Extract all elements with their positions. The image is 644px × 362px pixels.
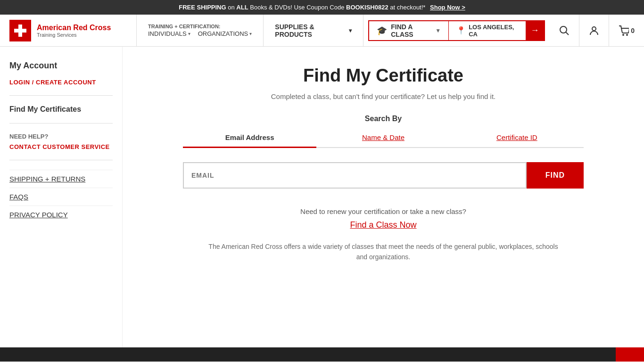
tab-email-address[interactable]: Email Address (183, 128, 316, 147)
main-content: Find My Certificate Completed a class, b… (123, 47, 644, 347)
search-button[interactable] (550, 15, 579, 46)
renew-text: Need to renew your certification or take… (300, 207, 466, 215)
organizations-dropdown-arrow: ▾ (249, 31, 252, 36)
contact-cs-link[interactable]: Contact Customer Service (9, 143, 110, 150)
individuals-nav[interactable]: Individuals ▾ (148, 30, 190, 37)
footer-bar (0, 347, 644, 362)
supplies-dropdown-arrow: ▾ (349, 27, 352, 34)
svg-point-5 (623, 34, 624, 35)
svg-line-3 (566, 32, 569, 35)
search-by-label: Search By (365, 115, 402, 123)
top-banner: FREE SHIPPING on ALL Books & DVDs! Use C… (0, 0, 644, 15)
page-subtitle: Completed a class, but can't find your c… (271, 92, 495, 100)
search-tabs: Email Address Name & Date Certificate ID (183, 128, 584, 148)
svg-rect-1 (14, 29, 26, 33)
location-pin-icon: 📍 (456, 26, 466, 35)
graduation-icon: 🎓 (377, 25, 387, 36)
sidebar-faqs[interactable]: FAQS (9, 188, 113, 206)
cart-count: 0 (631, 27, 635, 34)
sidebar-shipping-returns[interactable]: SHIPPING + RETURNS (9, 170, 113, 188)
description-text: The American Red Cross offers a wide var… (206, 241, 560, 263)
need-help-label: NEED HELP? (9, 133, 113, 140)
email-input-row: FIND (183, 162, 584, 189)
org-subtitle: Training Services (37, 32, 111, 38)
individuals-dropdown-arrow: ▾ (188, 31, 190, 36)
cart-button[interactable]: 0 (609, 15, 644, 46)
sidebar-divider-3 (9, 160, 113, 160)
banner-text: FREE SHIPPING on ALL Books & DVDs! Use C… (179, 4, 465, 11)
login-create-link[interactable]: LOGIN / CREATE ACCOUNT (9, 79, 96, 86)
my-account-title: My Account (9, 61, 113, 71)
find-class-left[interactable]: 🎓 FIND A CLASS ▼ (369, 23, 448, 38)
sidebar: My Account LOGIN / CREATE ACCOUNT Find M… (0, 47, 123, 347)
account-button[interactable] (579, 15, 609, 46)
supplies-nav-item[interactable]: SUPPLIES & PRODUCTS ▾ (264, 15, 363, 46)
tab-name-date[interactable]: Name & Date (316, 128, 450, 147)
training-label: TRAINING + CERTIFICATION: (148, 24, 252, 29)
svg-point-6 (627, 34, 627, 35)
find-class-go-button[interactable]: → (526, 20, 545, 41)
find-class-chevron: ▼ (435, 27, 441, 34)
logo-area[interactable]: American Red Cross Training Services (0, 15, 137, 46)
organizations-nav[interactable]: Organizations ▾ (198, 30, 252, 37)
svg-point-4 (592, 27, 596, 31)
site-header: American Red Cross Training Services TRA… (0, 15, 644, 47)
email-input[interactable] (183, 162, 527, 189)
sidebar-divider-2 (9, 123, 113, 123)
find-class-now-link[interactable]: Find a Class Now (350, 220, 416, 230)
main-container: My Account LOGIN / CREATE ACCOUNT Find M… (0, 47, 644, 347)
header-actions: 0 (550, 15, 644, 46)
footer-red-accent (616, 347, 644, 362)
shop-now-link[interactable]: Shop Now > (430, 4, 465, 11)
org-name: American Red Cross (37, 23, 111, 32)
find-class-label: FIND A CLASS (391, 23, 429, 38)
find-button[interactable]: FIND (527, 162, 584, 189)
red-cross-logo (9, 20, 31, 41)
find-class-wrapper[interactable]: 🎓 FIND A CLASS ▼ 📍 LOS ANGELES, CA → (368, 20, 545, 41)
sidebar-privacy-policy[interactable]: PRIVACY POLICY (9, 206, 113, 223)
location-area[interactable]: 📍 LOS ANGELES, CA (449, 24, 525, 38)
svg-point-2 (560, 26, 567, 33)
training-nav-item[interactable]: TRAINING + CERTIFICATION: Individuals ▾ … (137, 15, 264, 46)
main-nav: TRAINING + CERTIFICATION: Individuals ▾ … (137, 15, 550, 46)
find-certificates-item[interactable]: Find My Certificates (9, 105, 113, 114)
page-title: Find My Certificate (303, 66, 463, 86)
tab-certificate-id[interactable]: Certificate ID (450, 128, 584, 147)
location-text: LOS ANGELES, CA (469, 24, 518, 38)
sidebar-divider-1 (9, 95, 113, 96)
